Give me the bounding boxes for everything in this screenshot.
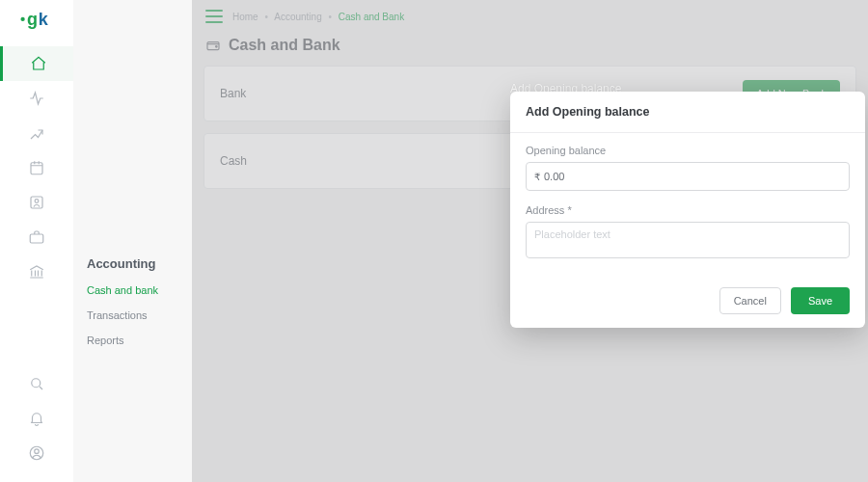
submenu-panel: Accounting Cash and bank Transactions Re… xyxy=(73,0,192,482)
nav-profile[interactable] xyxy=(0,436,73,470)
svg-rect-3 xyxy=(31,163,42,174)
brand-logo: gk xyxy=(19,10,54,29)
modal-title: Add Opening balance xyxy=(526,105,850,119)
svg-text:g: g xyxy=(27,10,38,29)
save-button[interactable]: Save xyxy=(791,287,850,314)
opening-balance-modal: Add Opening balance Opening balance ₹ Ad… xyxy=(510,92,865,328)
svg-rect-6 xyxy=(30,234,43,243)
submenu-heading: Accounting xyxy=(87,256,178,271)
main-content: Home • Accounting • Cash and Bank Cash a… xyxy=(192,0,868,482)
opening-balance-label: Opening balance xyxy=(526,145,850,156)
currency-prefix: ₹ xyxy=(534,172,540,182)
nav-briefcase[interactable] xyxy=(0,220,73,254)
opening-balance-input-wrap[interactable]: ₹ xyxy=(526,162,850,191)
svg-point-9 xyxy=(35,449,40,454)
nav-home[interactable] xyxy=(0,46,73,81)
svg-point-7 xyxy=(32,379,41,388)
modal-overlay: Add Opening balance Add Opening balance … xyxy=(192,0,868,482)
nav-growth[interactable] xyxy=(0,116,73,150)
submenu-item-transactions[interactable]: Transactions xyxy=(87,309,178,321)
nav-bank[interactable] xyxy=(0,254,73,289)
cancel-button[interactable]: Cancel xyxy=(719,287,781,314)
nav-rail: gk xyxy=(0,0,73,482)
opening-balance-input[interactable] xyxy=(544,171,841,182)
nav-calendar[interactable] xyxy=(0,150,73,185)
svg-text:k: k xyxy=(39,10,49,29)
address-input[interactable] xyxy=(526,222,850,258)
address-label: Address * xyxy=(526,204,850,216)
nav-search[interactable] xyxy=(0,366,73,401)
svg-point-0 xyxy=(20,17,24,21)
nav-activity[interactable] xyxy=(0,81,73,116)
nav-notifications[interactable] xyxy=(0,401,73,436)
submenu-item-cash-bank[interactable]: Cash and bank xyxy=(87,284,178,296)
svg-point-5 xyxy=(35,200,39,203)
submenu-item-reports[interactable]: Reports xyxy=(87,335,178,346)
nav-contacts[interactable] xyxy=(0,185,73,220)
